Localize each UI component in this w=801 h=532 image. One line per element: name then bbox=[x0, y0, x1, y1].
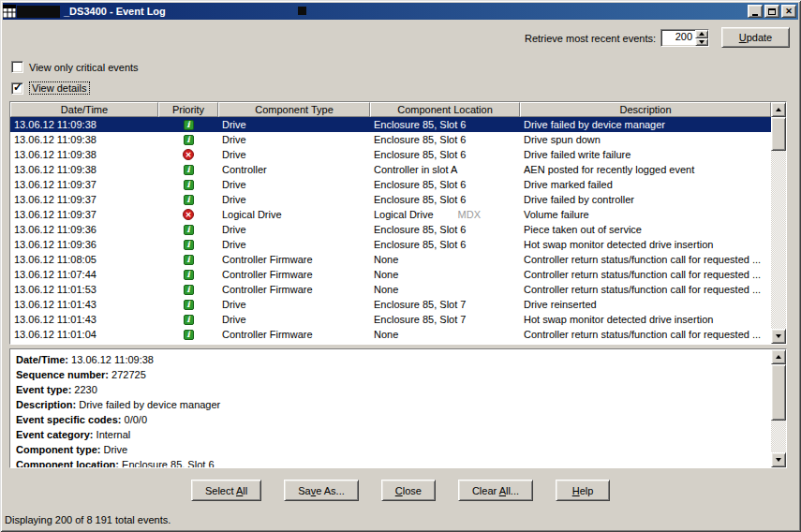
details-line: Event type: 2230 bbox=[16, 382, 765, 397]
table-row[interactable]: 13.06.12 11:01:53 i Controller Firmware … bbox=[10, 282, 771, 297]
view-only-critical-label: View only critical events bbox=[29, 62, 139, 73]
details-label: Description: bbox=[16, 399, 76, 410]
retrieve-events-label: Retrieve most recent events: bbox=[525, 33, 656, 44]
view-only-critical-checkbox[interactable] bbox=[11, 61, 23, 73]
table-row[interactable]: 13.06.12 11:01:04 i Controller Firmware … bbox=[10, 327, 771, 342]
table-row[interactable]: 13.06.12 11:01:43 i Drive Enclosure 85, … bbox=[10, 297, 771, 312]
scroll-down-button[interactable] bbox=[771, 329, 786, 344]
details-label: Date/Time: bbox=[16, 354, 68, 365]
cell-description: AEN posted for recently logged event bbox=[520, 162, 771, 177]
scroll-up-button[interactable] bbox=[771, 102, 786, 117]
down-arrow-icon bbox=[776, 334, 781, 338]
cell-description: Volume failure bbox=[520, 207, 771, 222]
table-row[interactable]: 13.06.12 11:09:38 i Drive Enclosure 85, … bbox=[10, 117, 771, 132]
table-row[interactable]: 13.06.12 11:09:37 i Drive Enclosure 85, … bbox=[10, 192, 771, 207]
details-label: Event specific codes: bbox=[16, 414, 122, 425]
cell-component-type: Drive bbox=[218, 132, 370, 147]
info-icon: i bbox=[184, 135, 194, 145]
view-only-critical-checkbox-row[interactable]: View only critical events bbox=[11, 61, 139, 73]
cell-priority: i bbox=[158, 177, 218, 192]
close-button[interactable]: Close bbox=[381, 480, 436, 501]
info-icon: i bbox=[184, 225, 194, 235]
header-date-time[interactable]: Date/Time bbox=[10, 102, 158, 117]
spinner-up-button[interactable] bbox=[695, 30, 708, 38]
cell-description: Drive failed write failure bbox=[520, 147, 771, 162]
redaction-box-small bbox=[298, 7, 306, 15]
cell-priority: ✕ bbox=[158, 207, 218, 222]
window-icon[interactable] bbox=[3, 5, 16, 18]
cell-datetime: 13.06.12 11:09:37 bbox=[10, 207, 158, 222]
cell-description: Controller return status/function call f… bbox=[520, 282, 771, 297]
cell-description: Drive marked failed bbox=[520, 177, 771, 192]
table-row[interactable]: 13.06.12 11:09:38 ✕ Drive Enclosure 85, … bbox=[10, 147, 771, 162]
cell-component-location: Enclosure 85, Slot 6 bbox=[370, 192, 520, 207]
header-component-type[interactable]: Component Type bbox=[218, 102, 370, 117]
close-button[interactable]: ✕ bbox=[781, 5, 796, 18]
help-button[interactable]: Help bbox=[556, 480, 610, 501]
retrieve-count-value[interactable]: 200 bbox=[661, 30, 695, 46]
details-pane-content: Date/Time: 13.06.12 11:09:38Sequence num… bbox=[10, 349, 771, 467]
cell-datetime: 13.06.12 11:01:53 bbox=[10, 282, 158, 297]
header-priority[interactable]: Priority bbox=[158, 102, 218, 117]
scrollbar-thumb[interactable] bbox=[771, 364, 786, 421]
details-value: 0/0/0 bbox=[122, 414, 148, 425]
scrollbar-track[interactable] bbox=[771, 117, 786, 329]
table-row[interactable]: 13.06.12 11:07:44 i Controller Firmware … bbox=[10, 267, 771, 282]
save-as-button[interactable]: Save As... bbox=[284, 480, 359, 501]
view-details-checkbox[interactable] bbox=[11, 82, 23, 95]
table-row[interactable]: 13.06.12 11:01:43 i Drive Enclosure 85, … bbox=[10, 312, 771, 327]
table-row[interactable]: 13.06.12 11:09:38 i Drive Enclosure 85, … bbox=[10, 132, 771, 147]
details-vertical-scrollbar[interactable] bbox=[771, 349, 786, 467]
cell-component-location: Enclosure 85, Slot 6 bbox=[370, 237, 520, 252]
cell-datetime: 13.06.12 11:01:43 bbox=[10, 312, 158, 327]
table-row[interactable]: 13.06.12 11:08:05 i Controller Firmware … bbox=[10, 252, 771, 267]
table-row[interactable]: 13.06.12 11:09:37 i Drive Enclosure 85, … bbox=[10, 177, 771, 192]
update-button[interactable]: Update bbox=[721, 27, 790, 48]
scroll-down-button[interactable] bbox=[771, 452, 786, 467]
details-label: Event category: bbox=[16, 429, 94, 440]
up-arrow-icon bbox=[776, 355, 781, 359]
scrollbar-track[interactable] bbox=[771, 364, 786, 452]
scrollbar-thumb[interactable] bbox=[771, 117, 786, 151]
table-row[interactable]: 13.06.12 11:09:37 ✕ Logical Drive Logica… bbox=[10, 207, 771, 222]
header-component-location[interactable]: Component Location bbox=[370, 102, 520, 117]
cell-component-location: None bbox=[370, 267, 520, 282]
info-icon: i bbox=[184, 270, 194, 280]
cell-component-type: Drive bbox=[218, 147, 370, 162]
minimize-button[interactable] bbox=[748, 5, 763, 18]
title-bar[interactable]: _DS3400 - Event Log ✕ bbox=[3, 3, 798, 20]
table-row[interactable]: 13.06.12 11:09:36 i Drive Enclosure 85, … bbox=[10, 237, 771, 252]
cell-component-location: Enclosure 85, Slot 7 bbox=[370, 297, 520, 312]
scroll-up-button[interactable] bbox=[771, 349, 786, 364]
header-description[interactable]: Description bbox=[520, 102, 771, 117]
maximize-button[interactable] bbox=[764, 5, 779, 18]
cell-priority: i bbox=[158, 222, 218, 237]
retrieve-count-spinner[interactable]: 200 bbox=[660, 29, 709, 47]
select-all-button[interactable]: Select All bbox=[191, 480, 261, 501]
clear-all-button[interactable]: Clear All... bbox=[458, 480, 533, 501]
down-arrow-icon bbox=[776, 458, 781, 462]
cell-component-type: Drive bbox=[218, 117, 370, 132]
close-icon: ✕ bbox=[785, 7, 793, 16]
redaction-box bbox=[17, 6, 60, 18]
info-icon: i bbox=[184, 240, 194, 250]
cell-description: Hot swap monitor detected drive insertio… bbox=[520, 312, 771, 327]
view-details-checkbox-row[interactable]: View details bbox=[11, 81, 90, 95]
cell-description: Drive spun down bbox=[520, 132, 771, 147]
cell-component-location: Enclosure 85, Slot 6 bbox=[370, 177, 520, 192]
table-vertical-scrollbar[interactable] bbox=[771, 102, 786, 344]
details-value: Drive bbox=[100, 444, 127, 455]
view-details-label: View details bbox=[29, 81, 90, 95]
table-row[interactable]: 13.06.12 11:09:36 i Drive Enclosure 85, … bbox=[10, 222, 771, 237]
spinner-down-button[interactable] bbox=[695, 38, 708, 47]
cell-priority: i bbox=[158, 267, 218, 282]
cell-description: Hot swap monitor detected drive insertio… bbox=[520, 237, 771, 252]
window-title: _DS3400 - Event Log bbox=[64, 6, 166, 17]
cell-priority: ✕ bbox=[158, 147, 218, 162]
cell-priority: i bbox=[158, 162, 218, 177]
button-row: Select AllSave As...CloseClear All...Hel… bbox=[0, 480, 801, 501]
up-arrow-icon bbox=[776, 108, 781, 111]
cell-priority: i bbox=[158, 327, 218, 342]
table-row[interactable]: 13.06.12 11:09:38 i Controller Controlle… bbox=[10, 162, 771, 177]
cell-component-location: Enclosure 85, Slot 7 bbox=[370, 312, 520, 327]
